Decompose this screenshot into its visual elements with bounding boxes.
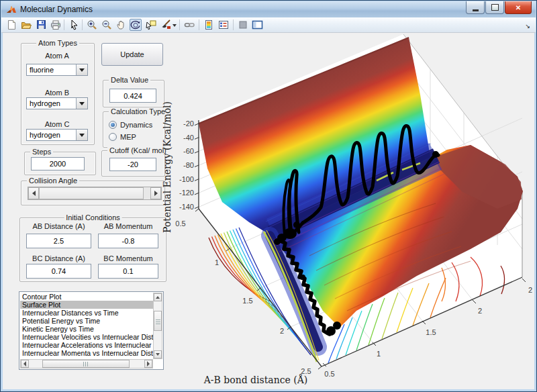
zoom-in-icon[interactable] [86,19,98,31]
data-cursor-icon[interactable] [145,19,157,31]
open-file-icon[interactable] [20,19,32,31]
print-icon[interactable] [50,19,62,31]
svg-text:2: 2 [478,307,482,315]
close-button[interactable]: ✕ [505,1,532,14]
svg-text:0.5: 0.5 [175,219,185,228]
hide-plot-tools-icon[interactable] [237,19,249,31]
svg-text:0.5: 0.5 [324,370,334,378]
svg-text:1: 1 [215,258,219,266]
svg-text:1: 1 [377,350,381,358]
brush-icon[interactable] [160,19,172,31]
new-file-icon[interactable] [5,19,17,31]
link-plot-icon[interactable] [183,19,195,31]
molecular-dynamics-window: Molecular Dynamics ✕ [0,0,537,392]
surface-plot-canvas[interactable]: -20 -40 -60 -80 -100 -120 -140 0.5 1 1.5… [1,32,537,389]
figure-toolbar: ↘ [1,17,536,33]
svg-text:-120: -120 [179,189,194,197]
minimize-button[interactable] [466,1,485,14]
svg-text:-40: -40 [183,134,194,142]
toolbar-overflow-icon[interactable]: ↘ [525,23,530,30]
svg-text:2: 2 [528,286,532,294]
svg-text:-60: -60 [183,147,194,155]
svg-text:-100: -100 [179,175,194,183]
title-bar[interactable]: Molecular Dynamics ✕ [1,1,536,17]
window-title: Molecular Dynamics [20,5,93,14]
brush-dropdown-icon[interactable] [171,19,178,31]
rotate-3d-icon[interactable] [130,19,142,31]
z-axis-label: Potential Energy (Kcal/mol) [162,101,173,233]
show-plot-tools-icon[interactable] [251,19,263,31]
save-icon[interactable] [35,19,47,31]
svg-text:1.5: 1.5 [426,328,436,336]
insert-colorbar-icon[interactable] [203,19,215,31]
edit-pointer-icon[interactable] [68,19,80,31]
z-tick-labels: -20 -40 -60 -80 -100 -120 -140 [179,119,194,211]
svg-text:2: 2 [280,327,284,335]
zoom-out-icon[interactable] [101,19,113,31]
matlab-logo-icon [6,4,17,15]
svg-text:-140: -140 [179,203,194,211]
pan-hand-icon[interactable] [115,19,128,31]
svg-text:1.5: 1.5 [242,297,252,305]
x-axis-label: A-B bond distance (Å) [203,374,308,385]
svg-text:-80: -80 [183,161,194,169]
maximize-button[interactable] [485,1,504,14]
insert-legend-icon[interactable] [217,19,230,31]
svg-text:-20: -20 [183,119,194,128]
